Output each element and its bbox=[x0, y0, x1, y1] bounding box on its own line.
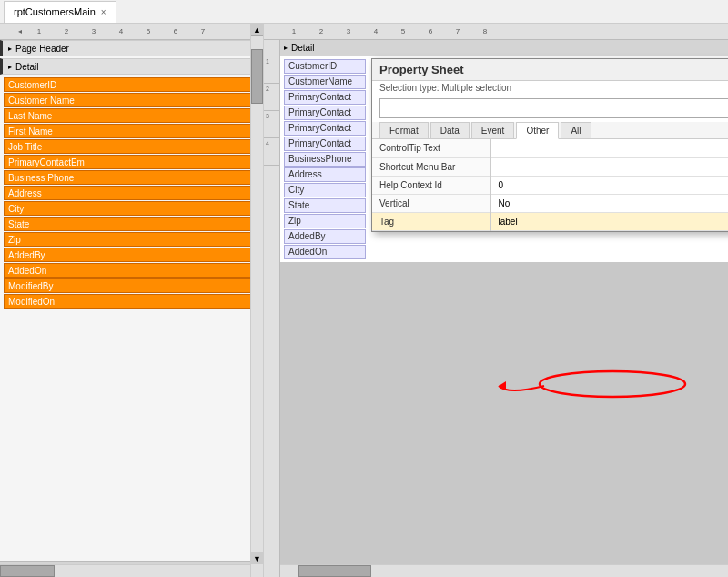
left-panel: ◂ 1 2 3 4 5 6 7 ▸ Page Header ▸ Detail C… bbox=[0, 24, 264, 577]
ps-title: Property Sheet bbox=[379, 63, 463, 76]
detail-section-header: ▸ Detail bbox=[0, 58, 263, 75]
ps-subtitle: Selection type: Multiple selection bbox=[372, 81, 728, 95]
field-state[interactable]: State bbox=[4, 217, 259, 231]
ps-row-vertical: Vertical No bbox=[372, 194, 728, 212]
top-ruler-right: 1 2 3 4 5 6 7 8 bbox=[264, 24, 728, 40]
prop-value-tag[interactable]: label bbox=[490, 212, 728, 230]
page-header-section: ▸ Page Header bbox=[0, 40, 263, 56]
scroll-down-btn[interactable]: ▼ bbox=[251, 552, 263, 564]
right-field-city[interactable]: City bbox=[284, 183, 366, 197]
property-sheet-dialog: Property Sheet ∨ × Selection type: Multi… bbox=[371, 58, 728, 232]
ps-row-helpcontext: Help Context Id 0 bbox=[372, 176, 728, 194]
right-field-customerid[interactable]: CustomerID bbox=[284, 59, 366, 74]
field-lastname[interactable]: Last Name bbox=[4, 108, 259, 123]
right-field-state[interactable]: State bbox=[284, 198, 366, 213]
field-customerid[interactable]: CustomerID bbox=[4, 77, 259, 92]
prop-value-shortcutmenu[interactable] bbox=[490, 157, 728, 176]
ps-title-bar: Property Sheet ∨ × bbox=[372, 59, 728, 81]
field-firstname[interactable]: First Name bbox=[4, 124, 259, 138]
field-jobtitle[interactable]: Job Title bbox=[4, 139, 259, 154]
ps-properties-table: ControlTip Text Shortcut Menu Bar Help C… bbox=[372, 139, 728, 231]
right-field-addedby[interactable]: AddedBy bbox=[284, 229, 366, 244]
tab-other[interactable]: Other bbox=[516, 122, 559, 139]
field-address[interactable]: Address bbox=[4, 186, 259, 200]
prop-name-controltip: ControlTip Text bbox=[372, 139, 490, 157]
svg-point-0 bbox=[540, 371, 685, 397]
svg-marker-1 bbox=[499, 381, 506, 390]
scroll-up-btn[interactable]: ▲ bbox=[251, 24, 263, 36]
detail-label: Detail bbox=[15, 62, 39, 72]
prop-value-helpcontext[interactable]: 0 bbox=[490, 176, 728, 194]
right-field-primarycontact1[interactable]: PrimaryContact bbox=[284, 90, 366, 105]
top-ruler-left: ◂ 1 2 3 4 5 6 7 bbox=[0, 24, 263, 40]
page-header-label: Page Header bbox=[15, 44, 69, 54]
fields-list: CustomerID Customer Name Last Name First… bbox=[0, 75, 263, 311]
field-zip[interactable]: Zip bbox=[4, 232, 259, 247]
right-field-address[interactable]: Address bbox=[284, 167, 366, 182]
right-field-addedon[interactable]: AddedOn bbox=[284, 245, 366, 259]
field-addedby[interactable]: AddedBy bbox=[4, 248, 259, 262]
tab-format[interactable]: Format bbox=[379, 122, 429, 138]
tab-bar: rptCustomersMain × bbox=[0, 0, 728, 24]
ps-row-controltip: ControlTip Text bbox=[372, 139, 728, 157]
v-scrollbar-left[interactable]: ▲ ▼ bbox=[250, 24, 263, 577]
ps-dropdown-row: ↕ bbox=[372, 95, 728, 122]
right-field-primarycontact2[interactable]: PrimaryContact bbox=[284, 106, 366, 120]
ps-selection-dropdown[interactable] bbox=[379, 98, 728, 118]
tab-all[interactable]: All bbox=[561, 122, 591, 138]
right-area: 1 2 3 4 5 6 7 8 1 2 3 4 ▸ Detail bbox=[264, 24, 728, 577]
right-field-businessphone[interactable]: BusinessPhone bbox=[284, 152, 366, 167]
prop-name-helpcontext: Help Context Id bbox=[372, 176, 490, 194]
prop-name-tag: Tag bbox=[372, 212, 490, 230]
right-ruler-v: 1 2 3 4 bbox=[264, 40, 280, 577]
field-city[interactable]: City bbox=[4, 201, 259, 216]
h-scrollbar-right[interactable] bbox=[280, 564, 728, 577]
right-field-primarycontact3[interactable]: PrimaryContact bbox=[284, 121, 366, 136]
tab-label: rptCustomersMain bbox=[14, 6, 96, 17]
prop-name-shortcutmenu: Shortcut Menu Bar bbox=[372, 157, 490, 176]
field-addedon[interactable]: AddedOn bbox=[4, 263, 259, 278]
field-modifiedby[interactable]: ModifiedBy bbox=[4, 278, 259, 293]
prop-value-controltip[interactable] bbox=[490, 139, 728, 157]
h-scrollbar-thumb-left[interactable] bbox=[0, 565, 55, 577]
field-modifiedon[interactable]: ModifiedOn bbox=[4, 294, 259, 309]
canvas-area: ▸ Detail CustomerID CustomerName Primary… bbox=[280, 40, 728, 577]
right-detail-band: ▸ Detail bbox=[280, 40, 728, 56]
ps-tabs: Format Data Event Other All bbox=[372, 122, 728, 139]
tab-data[interactable]: Data bbox=[430, 122, 470, 138]
right-field-customername[interactable]: CustomerName bbox=[284, 75, 366, 89]
field-primarycontactem[interactable]: PrimaryContactEm bbox=[4, 155, 259, 169]
right-field-zip[interactable]: Zip bbox=[284, 214, 366, 228]
tab-close-button[interactable]: × bbox=[101, 7, 106, 17]
main-area: ◂ 1 2 3 4 5 6 7 ▸ Page Header ▸ Detail C… bbox=[0, 24, 728, 577]
scrollbar-thumb[interactable] bbox=[251, 49, 263, 104]
field-customername[interactable]: Customer Name bbox=[4, 93, 259, 107]
right-detail-label: Detail bbox=[291, 43, 315, 53]
h-scrollbar-thumb-right[interactable] bbox=[298, 565, 371, 577]
tab-rptcustomersmain[interactable]: rptCustomersMain × bbox=[4, 1, 116, 23]
tab-event[interactable]: Event bbox=[471, 122, 515, 138]
field-businessphone[interactable]: Business Phone bbox=[4, 170, 259, 185]
ps-subtitle-text: Selection type: Multiple selection bbox=[379, 83, 511, 93]
right-content: 1 2 3 4 ▸ Detail CustomerID CustomerName… bbox=[264, 40, 728, 577]
ps-row-shortcutmenu: Shortcut Menu Bar bbox=[372, 157, 728, 176]
prop-value-vertical[interactable]: No bbox=[490, 194, 728, 212]
right-field-primarycontact4[interactable]: PrimaryContact bbox=[284, 137, 366, 151]
h-scrollbar-left[interactable] bbox=[0, 564, 250, 577]
prop-name-vertical: Vertical bbox=[372, 194, 490, 212]
ps-row-tag: Tag label bbox=[372, 212, 728, 230]
